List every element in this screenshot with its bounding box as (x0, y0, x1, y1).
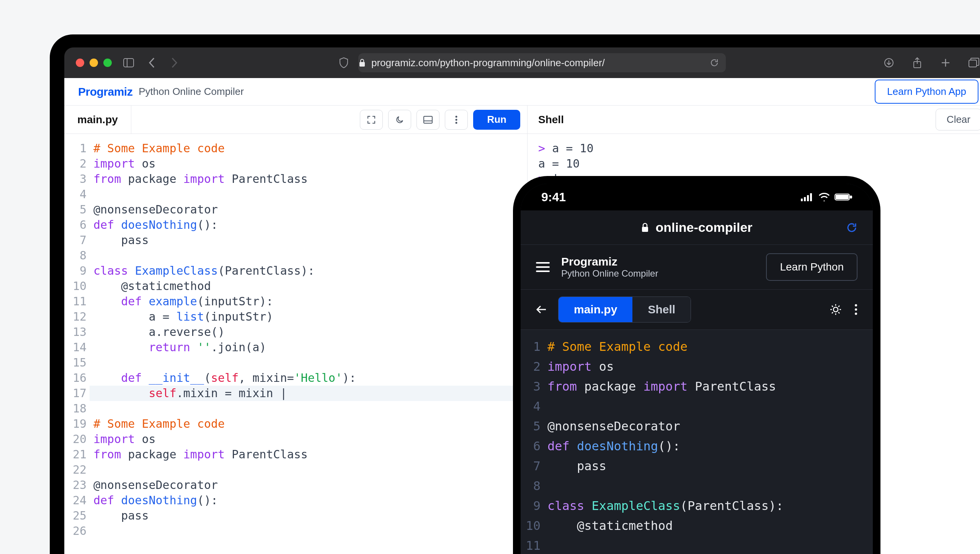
phone-screen: 9:41 online-compiler (521, 184, 873, 554)
mobile-site-header: Programiz Python Online Compiler Learn P… (521, 245, 873, 290)
window-minimize-button[interactable] (90, 59, 98, 67)
lock-icon (358, 58, 366, 67)
svg-rect-28 (804, 197, 806, 201)
address-bar[interactable]: programiz.com/python-programming/online-… (358, 53, 726, 72)
svg-point-12 (456, 116, 457, 117)
window-close-button[interactable] (76, 59, 84, 67)
mobile-brand-logo: Programiz (561, 255, 658, 268)
tab-main-py[interactable]: main.py (64, 106, 131, 134)
editor-pane: main.py Run (64, 106, 528, 554)
battery-icon (835, 193, 852, 201)
svg-rect-30 (810, 193, 812, 201)
svg-rect-32 (836, 195, 848, 199)
svg-rect-33 (850, 196, 852, 198)
svg-rect-27 (801, 199, 803, 201)
cellular-icon (801, 193, 814, 201)
svg-rect-34 (642, 227, 648, 232)
svg-point-45 (855, 304, 857, 306)
site-header: Programiz Python Online Compiler Learn P… (64, 78, 980, 106)
mobile-code-editor[interactable]: 1234567891011 # Some Example codeimport … (521, 330, 873, 554)
mobile-toolbar: main.py Shell (521, 290, 873, 330)
svg-line-43 (832, 312, 833, 313)
status-bar: 9:41 (521, 184, 873, 210)
mobile-url-bar[interactable]: online-compiler (521, 210, 873, 245)
svg-point-13 (456, 119, 457, 121)
nav-forward-button[interactable] (167, 56, 181, 70)
svg-line-42 (838, 312, 840, 313)
privacy-shield-icon[interactable] (337, 56, 351, 70)
mobile-tab-main-py[interactable]: main.py (559, 297, 632, 322)
reload-icon[interactable] (846, 222, 858, 233)
mobile-tabs: main.py Shell (558, 297, 691, 323)
svg-line-44 (838, 306, 840, 307)
editor-toolbar: main.py Run (64, 106, 527, 134)
url-text: programiz.com/python-programming/online-… (371, 57, 605, 69)
clear-button[interactable]: Clear (936, 109, 980, 130)
layout-toggle-icon[interactable] (416, 110, 439, 130)
downloads-icon[interactable] (882, 56, 896, 70)
site-subtitle: Python Online Compiler (139, 86, 244, 98)
mobile-brand[interactable]: Programiz Python Online Compiler (561, 255, 658, 279)
shell-header: Shell Clear (528, 106, 980, 134)
status-time: 9:41 (541, 190, 566, 204)
svg-rect-0 (124, 59, 134, 67)
mobile-code-lines[interactable]: # Some Example codeimport osfrom package… (547, 337, 873, 554)
svg-rect-2 (359, 62, 365, 67)
svg-rect-10 (424, 116, 432, 123)
fullscreen-icon[interactable] (360, 110, 383, 130)
new-tab-icon[interactable] (939, 56, 952, 70)
shell-title: Shell (538, 114, 564, 126)
line-gutter: 1234567891011121314151617181920212223242… (64, 141, 93, 554)
code-editor[interactable]: 1234567891011121314151617181920212223242… (64, 134, 527, 554)
mobile-line-gutter: 1234567891011 (521, 337, 547, 554)
traffic-lights (76, 59, 112, 67)
window-zoom-button[interactable] (103, 59, 112, 67)
svg-rect-29 (807, 195, 809, 201)
more-options-icon[interactable] (445, 110, 468, 130)
mobile-url-text: online-compiler (655, 220, 752, 235)
svg-line-41 (832, 306, 833, 307)
code-lines[interactable]: # Some Example codeimport osfrom package… (93, 141, 527, 554)
svg-rect-9 (969, 60, 977, 67)
mobile-back-button[interactable] (536, 304, 547, 315)
nav-back-button[interactable] (145, 56, 159, 70)
mobile-learn-python-button[interactable]: Learn Python (766, 253, 858, 281)
nav-arrows (145, 56, 181, 70)
svg-point-36 (833, 307, 838, 312)
mobile-theme-toggle-icon[interactable] (830, 304, 841, 315)
phone-frame: 9:41 online-compiler (513, 176, 880, 554)
tabs-overview-icon[interactable] (967, 56, 980, 70)
reload-icon[interactable] (710, 58, 719, 67)
svg-point-47 (855, 313, 857, 315)
learn-python-app-button[interactable]: Learn Python App (875, 80, 978, 104)
lock-icon (641, 223, 649, 233)
svg-point-46 (855, 308, 857, 311)
site-logo-row: Programiz Python Online Compiler (78, 85, 244, 98)
theme-toggle-icon[interactable] (388, 110, 411, 130)
mobile-more-options-icon[interactable] (854, 304, 858, 315)
address-bar-wrapper: programiz.com/python-programming/online-… (191, 53, 872, 72)
chrome-right-buttons (882, 56, 980, 70)
browser-chrome: programiz.com/python-programming/online-… (64, 47, 980, 78)
mobile-tab-shell[interactable]: Shell (632, 297, 691, 322)
mobile-brand-subtitle: Python Online Compiler (561, 268, 658, 279)
share-icon[interactable] (910, 56, 924, 70)
brand-logo[interactable]: Programiz (78, 85, 132, 98)
run-button[interactable]: Run (473, 110, 520, 130)
svg-point-14 (456, 122, 457, 124)
wifi-icon (818, 193, 830, 201)
sidebar-toggle-icon[interactable] (122, 56, 136, 70)
hamburger-menu-icon[interactable] (536, 262, 550, 272)
